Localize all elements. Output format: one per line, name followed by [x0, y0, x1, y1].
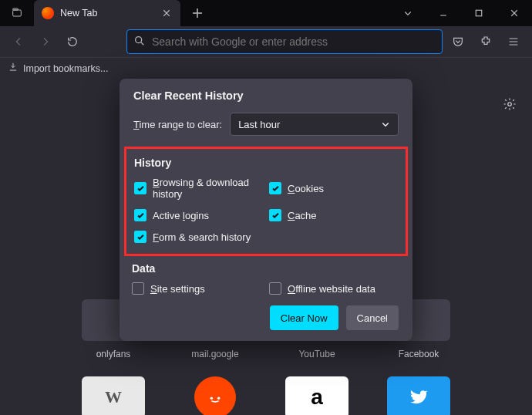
history-heading: History	[134, 157, 398, 169]
back-button[interactable]	[6, 29, 30, 54]
checkbox-icon	[269, 282, 281, 295]
tab-title: New Tab	[60, 8, 153, 19]
window-close-button[interactable]	[497, 0, 532, 26]
svg-point-7	[217, 396, 221, 400]
shortcut-item[interactable]: a	[284, 376, 350, 415]
reload-button[interactable]	[61, 29, 85, 54]
checkbox-browsing-history[interactable]: Browsing & download history	[134, 177, 263, 200]
new-tab-button[interactable]	[185, 2, 210, 24]
checkbox-icon	[132, 282, 144, 295]
data-heading: Data	[132, 262, 400, 275]
checkbox-label: Offline website data	[288, 283, 375, 295]
forward-button[interactable]	[33, 29, 57, 54]
pocket-icon[interactable]	[446, 29, 470, 54]
checkbox-site-settings[interactable]: Site settings	[132, 282, 263, 295]
shortcut-label: YouTube	[298, 349, 335, 359]
chevron-down-icon	[381, 120, 390, 129]
wikipedia-tile-icon: W	[82, 376, 145, 415]
time-range-value: Last hour	[238, 119, 280, 130]
search-icon	[133, 35, 146, 49]
import-bookmarks-icon[interactable]	[8, 62, 19, 75]
cancel-button[interactable]: Cancel	[346, 305, 399, 330]
shortcut-label: Facebook	[399, 349, 439, 359]
reddit-tile-icon	[194, 376, 236, 415]
checkbox-form-history[interactable]: Form & search history	[134, 231, 263, 243]
checkbox-cache[interactable]: Cache	[269, 209, 398, 221]
checkbox-label: Active logins	[153, 210, 209, 221]
tabs-dropdown-icon[interactable]	[390, 0, 426, 26]
checkbox-icon	[269, 209, 281, 221]
clear-history-dialog: Clear Recent History Time range to clear…	[120, 79, 412, 341]
shortcut-item[interactable]	[182, 376, 248, 415]
shortcut-item[interactable]	[386, 376, 452, 415]
checkbox-label: Form & search history	[153, 231, 251, 243]
svg-rect-0	[13, 10, 22, 16]
browser-tab[interactable]: New Tab	[34, 0, 180, 26]
tab-group: New Tab	[5, 0, 210, 26]
nav-toolbar	[0, 26, 532, 57]
checkbox-label: Site settings	[150, 283, 205, 295]
checkbox-offline-data[interactable]: Offline website data	[269, 282, 400, 295]
import-bookmarks-link[interactable]: Import bookmarks...	[23, 63, 108, 74]
bookmarks-bar: Import bookmarks...	[0, 57, 532, 79]
history-highlight-box: History Browsing & download history Cook…	[124, 147, 408, 256]
shortcut-label: onlyfans	[96, 349, 131, 359]
amazon-tile-icon: a	[285, 376, 348, 415]
svg-point-6	[210, 396, 214, 400]
time-range-label: Time range to clear:	[133, 119, 222, 130]
checkbox-label: Cookies	[288, 183, 324, 194]
shortcut-row: W a	[0, 376, 532, 415]
svg-point-3	[136, 36, 142, 42]
dialog-buttons: Clear Now Cancel	[133, 305, 399, 330]
window-maximize-button[interactable]	[461, 0, 497, 26]
clear-now-button[interactable]: Clear Now	[270, 305, 338, 330]
checkbox-icon	[134, 209, 146, 221]
svg-rect-1	[13, 8, 19, 10]
checkbox-icon	[269, 182, 281, 194]
checkbox-label: Cache	[288, 210, 317, 221]
svg-point-5	[206, 388, 224, 406]
url-bar[interactable]	[126, 29, 443, 54]
svg-rect-2	[476, 10, 482, 16]
dialog-title: Clear Recent History	[133, 89, 399, 102]
twitter-tile-icon	[387, 376, 450, 415]
checkbox-icon	[134, 182, 146, 194]
checkbox-active-logins[interactable]: Active logins	[134, 209, 263, 221]
extensions-icon[interactable]	[473, 29, 498, 54]
titlebar: New Tab	[0, 0, 532, 26]
window-minimize-button[interactable]	[426, 0, 461, 26]
close-tab-icon[interactable]	[159, 5, 174, 21]
checkbox-cookies[interactable]: Cookies	[269, 177, 398, 200]
content-area: onlyfans mail.google YouTube Facebook W …	[0, 79, 532, 415]
data-section: Data Site settings Offline website data	[132, 262, 400, 295]
sidebar-toggle-icon[interactable]	[5, 2, 29, 24]
shortcut-item[interactable]: W	[80, 376, 146, 415]
firefox-favicon-icon	[42, 7, 54, 19]
checkbox-label: Browsing & download history	[153, 177, 263, 200]
checkbox-icon	[134, 231, 146, 243]
url-input[interactable]	[152, 35, 436, 48]
time-range-row: Time range to clear: Last hour	[133, 113, 399, 136]
svg-point-4	[508, 103, 512, 106]
menu-icon[interactable]	[501, 29, 526, 54]
time-range-select[interactable]: Last hour	[230, 113, 399, 136]
page-settings-icon[interactable]	[503, 97, 517, 113]
shortcut-label: mail.google	[191, 349, 238, 359]
